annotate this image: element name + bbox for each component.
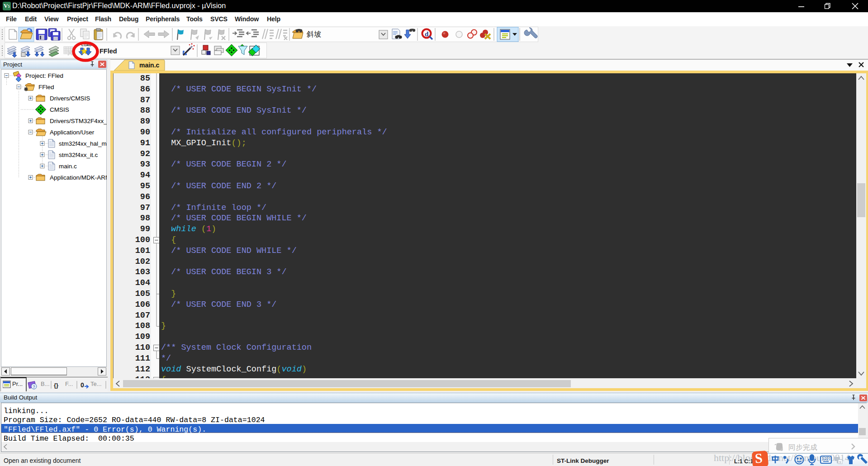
- svg-text:d: d: [425, 30, 429, 38]
- svg-text:0: 0: [81, 381, 84, 389]
- svg-text:{}: {}: [54, 382, 58, 389]
- svg-text:同步完成: 同步完成: [788, 443, 817, 451]
- svg-text:9: 9: [839, 460, 841, 464]
- svg-text:?: ?: [33, 385, 35, 389]
